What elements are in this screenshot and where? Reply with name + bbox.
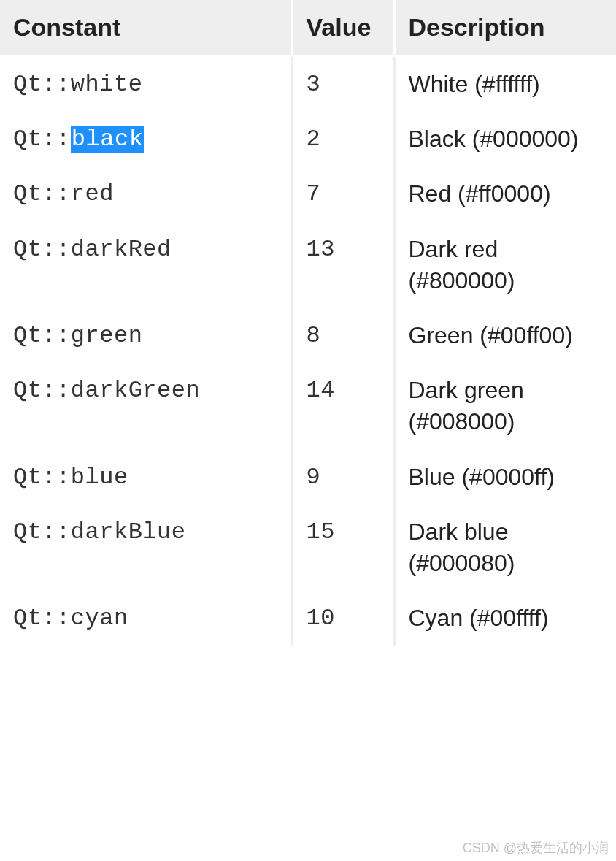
constant-name: green [71,322,143,349]
cell-value[interactable]: 7 [292,167,394,221]
cell-description[interactable]: Blue (#0000ff) [394,450,616,505]
table-row: Qt::green8Green (#00ff00) [0,308,616,363]
table-row: Qt::darkRed13Dark red (#800000) [0,222,616,308]
cell-constant[interactable]: Qt::black [0,112,292,167]
constant-name: darkGreen [71,377,200,404]
table-row: Qt::white3White (#ffffff) [0,56,616,112]
constant-name: black [71,126,145,153]
cell-value[interactable]: 13 [292,222,394,308]
constant-prefix: Qt:: [13,377,71,404]
constant-prefix: Qt:: [13,236,71,263]
table-row: Qt::cyan10Cyan (#00ffff) [0,591,616,646]
cell-value[interactable]: 14 [292,363,394,449]
cell-value[interactable]: 8 [292,308,394,363]
header-description: Description [394,0,616,56]
header-constant: Constant [0,0,292,56]
table-row: Qt::darkBlue15Dark blue (#000080) [0,505,616,591]
table-row: Qt::darkGreen14Dark green (#008000) [0,363,616,449]
table-header-row: Constant Value Description [0,0,616,56]
table-row: Qt::black2Black (#000000) [0,112,616,167]
table-row: Qt::blue9Blue (#0000ff) [0,450,616,505]
cell-constant[interactable]: Qt::cyan [0,591,292,646]
constant-name: darkRed [71,236,172,263]
cell-value[interactable]: 9 [292,450,394,505]
cell-constant[interactable]: Qt::darkGreen [0,363,292,449]
table-row: Qt::red7Red (#ff0000) [0,167,616,221]
header-value: Value [292,0,394,56]
cell-constant[interactable]: Qt::white [0,56,292,112]
cell-constant[interactable]: Qt::darkRed [0,222,292,308]
constant-name: white [71,71,143,98]
cell-description[interactable]: Cyan (#00ffff) [394,591,616,646]
constant-prefix: Qt:: [13,464,71,491]
color-constants-table: Constant Value Description Qt::white3Whi… [0,0,616,646]
constant-prefix: Qt:: [13,518,71,546]
constant-prefix: Qt:: [13,322,71,349]
constant-name: blue [71,464,128,491]
cell-description[interactable]: Dark green (#008000) [394,363,616,449]
constant-prefix: Qt:: [13,180,71,207]
cell-description[interactable]: Red (#ff0000) [394,167,616,221]
cell-constant[interactable]: Qt::red [0,167,292,221]
cell-description[interactable]: Black (#000000) [394,112,616,167]
cell-constant[interactable]: Qt::darkBlue [0,505,292,591]
constant-name: cyan [71,605,128,632]
cell-description[interactable]: White (#ffffff) [394,56,616,112]
cell-description[interactable]: Green (#00ff00) [394,308,616,363]
constant-prefix: Qt:: [13,605,71,632]
cell-value[interactable]: 15 [292,505,394,591]
constant-name: darkBlue [71,518,186,546]
cell-description[interactable]: Dark blue (#000080) [394,505,616,591]
cell-value[interactable]: 3 [292,56,394,112]
cell-value[interactable]: 2 [292,112,394,167]
cell-value[interactable]: 10 [292,591,394,646]
cell-constant[interactable]: Qt::blue [0,450,292,505]
cell-description[interactable]: Dark red (#800000) [394,222,616,308]
cell-constant[interactable]: Qt::green [0,308,292,363]
constant-prefix: Qt:: [13,71,71,98]
constant-name: red [71,180,114,207]
constant-prefix: Qt:: [13,126,71,153]
